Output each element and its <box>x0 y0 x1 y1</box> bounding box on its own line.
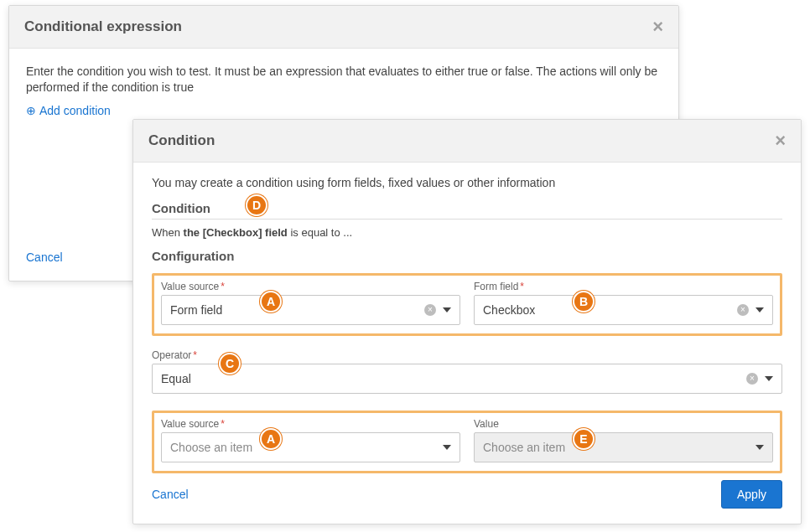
value-source-select-2[interactable]: Choose an item <box>161 432 460 462</box>
config-row-1: Value source* Form field × A <box>152 273 782 336</box>
select-value: Equal <box>161 372 191 385</box>
dialog-title: Condition <box>148 132 215 149</box>
condition-summary: When the [Checkbox] field is equal to ..… <box>152 226 782 239</box>
callout-badge-b: B <box>573 291 595 312</box>
value-label: Value <box>474 418 773 430</box>
plus-circle-icon: ⊕ <box>26 104 36 117</box>
value-select[interactable]: Choose an item <box>474 432 773 462</box>
value-source-label-2: Value source* <box>161 418 460 430</box>
section-config-title: Configuration <box>152 249 782 266</box>
form-field-select[interactable]: Checkbox × <box>474 295 773 325</box>
select-placeholder: Choose an item <box>483 441 565 454</box>
clear-icon[interactable]: × <box>746 373 758 385</box>
dialog-body: You may create a condition using form fi… <box>133 163 801 497</box>
chevron-down-icon <box>755 307 764 312</box>
chevron-down-icon <box>443 307 451 312</box>
close-icon[interactable]: × <box>652 18 663 36</box>
chevron-down-icon <box>765 376 773 381</box>
dialog-title: Conditional expression <box>24 18 182 35</box>
condition-dialog: Condition × You may create a condition u… <box>132 119 802 524</box>
dialog-description: Enter the condition you wish to test. It… <box>26 64 662 96</box>
add-condition-label: Add condition <box>39 104 111 117</box>
callout-badge-c: C <box>219 353 241 374</box>
chevron-down-icon <box>755 445 764 450</box>
value-source-select-1[interactable]: Form field × <box>161 295 460 325</box>
dialog-header: Conditional expression × <box>9 6 678 49</box>
dialog-intro: You may create a condition using form fi… <box>152 176 782 189</box>
chevron-down-icon <box>443 445 451 450</box>
callout-badge-e: E <box>573 428 595 450</box>
config-row-operator: Operator* Equal × C <box>152 344 782 402</box>
callout-badge-d: D <box>246 194 267 216</box>
callout-badge-a: A <box>260 291 282 312</box>
form-field-label: Form field* <box>474 281 773 292</box>
operator-label: Operator* <box>152 349 782 361</box>
clear-icon[interactable]: × <box>424 304 436 316</box>
close-icon[interactable]: × <box>775 132 786 150</box>
cancel-link[interactable]: Cancel <box>152 488 189 501</box>
cancel-link[interactable]: Cancel <box>26 251 63 264</box>
clear-icon[interactable]: × <box>737 304 749 316</box>
operator-select[interactable]: Equal × <box>152 364 782 394</box>
select-value: Form field <box>170 303 222 317</box>
value-source-label: Value source* <box>161 281 460 292</box>
select-value: Checkbox <box>483 303 535 317</box>
add-condition-link[interactable]: ⊕ Add condition <box>26 104 111 117</box>
config-row-2: Value source* Choose an item A Value <box>152 411 782 473</box>
section-condition-title: Condition D <box>152 201 782 220</box>
dialog-header: Condition × <box>133 120 801 163</box>
apply-button[interactable]: Apply <box>721 480 782 509</box>
select-placeholder: Choose an item <box>170 441 252 454</box>
callout-badge-a2: A <box>260 428 282 450</box>
dialog-footer: Cancel Apply <box>133 468 801 524</box>
